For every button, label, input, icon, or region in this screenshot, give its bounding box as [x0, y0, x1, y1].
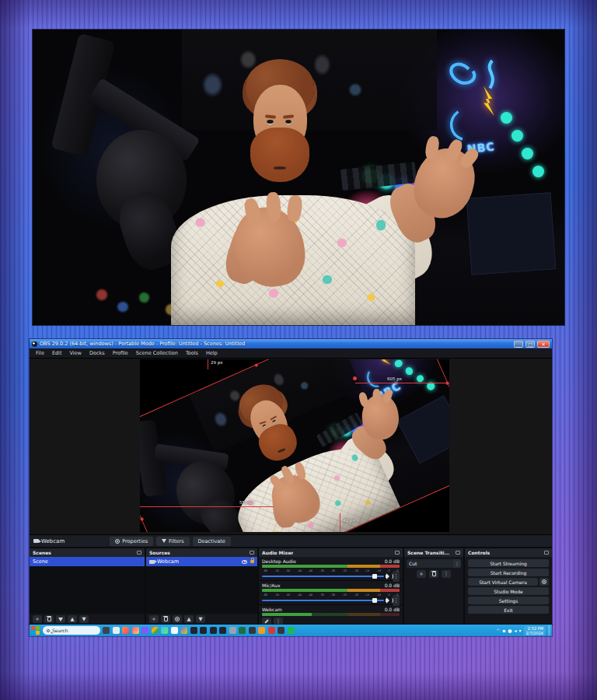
remove-source-button[interactable] [161, 615, 170, 623]
popout-icon[interactable] [456, 551, 460, 555]
menu-item[interactable]: Profile [110, 349, 131, 357]
remove-transition-button[interactable] [429, 570, 438, 578]
menu-item[interactable]: Docks [86, 349, 108, 357]
camera-icon [33, 539, 39, 543]
app-icon-drive[interactable] [180, 627, 187, 634]
popout-icon[interactable] [137, 551, 141, 555]
scenes-list: Scene [30, 557, 145, 614]
start-recording-button[interactable]: Start Recording [468, 569, 549, 576]
exit-button[interactable]: Exit [468, 606, 549, 614]
transition-selected[interactable]: Cut [407, 559, 453, 568]
search-icon [47, 629, 50, 632]
app-icon-chrome[interactable] [152, 627, 159, 634]
controls-title: Controls [468, 550, 490, 555]
filters-button[interactable]: Filters [156, 537, 189, 546]
menu-item[interactable]: Help [203, 349, 221, 357]
app-icon-browser[interactable] [161, 627, 168, 634]
transition-menu-button[interactable]: ⋮ [453, 559, 461, 568]
mixer-filters-button[interactable] [262, 618, 271, 625]
menu-item[interactable]: View [66, 349, 84, 357]
filter-icon [58, 618, 63, 621]
app-icon-cube[interactable] [229, 627, 236, 634]
minimize-button[interactable]: _ [514, 341, 523, 348]
menu-item[interactable]: Tools [183, 349, 201, 357]
app-icon-excel[interactable] [239, 627, 246, 634]
network-icon[interactable]: ▾ [519, 628, 522, 633]
tray-app-icon[interactable]: ▪ [502, 628, 505, 633]
move-scene-up-button[interactable]: ▲ [68, 615, 77, 623]
settings-button[interactable]: Settings [468, 597, 549, 604]
move-scene-down-button[interactable]: ▼ [79, 615, 89, 623]
lock-icon[interactable] [250, 560, 254, 563]
popout-icon[interactable] [250, 551, 254, 555]
transition-properties-button[interactable]: ⋮ [442, 570, 451, 578]
slider-knob[interactable] [372, 574, 377, 579]
volume-icon[interactable]: ◂ [515, 628, 517, 633]
close-button[interactable]: ✕ [537, 341, 550, 348]
popout-icon[interactable] [395, 551, 400, 555]
scene-list-item[interactable]: Scene [30, 557, 145, 566]
start-virtual-camera-button[interactable]: Start Virtual Camera [468, 578, 538, 586]
search-input[interactable]: Search [43, 626, 100, 635]
properties-button[interactable]: Properties [110, 537, 153, 546]
audio-mixer-panel: Audio Mixer Desktop Audio 0.0 dB -60-55-… [259, 548, 403, 625]
deactivate-button[interactable]: Deactivate [193, 537, 231, 546]
window-titlebar[interactable]: OBS 29.0.2 (64-bit, windows) - Portable … [30, 339, 552, 348]
app-icon-adobe-3[interactable] [210, 627, 217, 634]
move-source-up-button[interactable]: ▲ [184, 615, 194, 623]
start-streaming-button[interactable]: Start Streaming [468, 559, 549, 567]
app-icon-mail[interactable] [113, 627, 120, 634]
app-icon-sun[interactable] [258, 627, 265, 634]
app-icon-folder[interactable] [171, 627, 178, 634]
app-icon-record[interactable] [268, 627, 275, 634]
virtual-camera-config-button[interactable] [539, 578, 549, 586]
studio-mode-button[interactable]: Studio Mode [468, 587, 549, 595]
slider-knob[interactable] [372, 598, 377, 603]
sources-panel: Sources Webcam + ▲ ▼ [146, 548, 257, 625]
app-icon-adobe-4[interactable] [219, 627, 226, 634]
menu-item[interactable]: Scene Collection [133, 349, 181, 357]
add-transition-button[interactable]: + [417, 570, 426, 578]
menu-item[interactable]: File [33, 349, 47, 357]
transition-select[interactable]: Cut ⋮ [407, 559, 461, 568]
move-source-down-button[interactable]: ▼ [196, 615, 205, 623]
canvas: NBC [140, 359, 449, 532]
app-icon-gear-dark[interactable] [278, 627, 285, 634]
menu-item[interactable]: Edit [49, 349, 65, 357]
speaker-icon[interactable] [386, 575, 388, 578]
popout-icon[interactable] [544, 551, 549, 555]
app-icon-firefox[interactable] [122, 627, 129, 634]
filter-icon [162, 539, 166, 543]
meter-tick-label: -35 [319, 593, 324, 597]
visibility-eye-icon[interactable] [242, 560, 247, 564]
taskbar-clock[interactable]: 2:52 PM 2/7/2024 [524, 626, 546, 635]
spacing-guide-top [208, 359, 208, 369]
channel-level: 0.0 dB [385, 558, 400, 564]
remove-scene-button[interactable] [44, 615, 54, 623]
tray-app-icon[interactable]: ● [508, 628, 511, 633]
app-icon-green[interactable] [288, 627, 295, 634]
volume-slider[interactable] [262, 573, 384, 579]
spacing-guide-right [355, 383, 449, 383]
source-properties-button[interactable] [173, 615, 182, 623]
scene-filters-button[interactable] [56, 615, 65, 623]
app-icon-adobe-2[interactable] [200, 627, 207, 634]
add-scene-button[interactable]: + [33, 615, 42, 623]
app-icon-taskview[interactable] [103, 627, 110, 634]
start-button[interactable] [31, 626, 40, 635]
volume-slider[interactable] [262, 597, 384, 604]
app-icon-discord[interactable] [141, 627, 148, 634]
tray-expand-icon[interactable]: ^ [496, 628, 500, 633]
app-icon-adobe-1[interactable] [190, 627, 197, 634]
app-icon-dark-u[interactable] [249, 627, 256, 634]
maximize-button[interactable]: □ [525, 341, 535, 348]
app-icon-music[interactable] [132, 627, 139, 634]
spacing-dot [353, 376, 357, 380]
show-desktop-button[interactable] [548, 625, 550, 635]
meter-tick-label: -10 [376, 569, 381, 572]
source-list-item[interactable]: Webcam [146, 557, 257, 566]
add-source-button[interactable]: + [149, 615, 159, 623]
speaker-icon[interactable] [386, 599, 388, 602]
mixer-menu-button[interactable]: ⋮ [274, 618, 283, 625]
meter-tick-label: -30 [331, 569, 336, 572]
